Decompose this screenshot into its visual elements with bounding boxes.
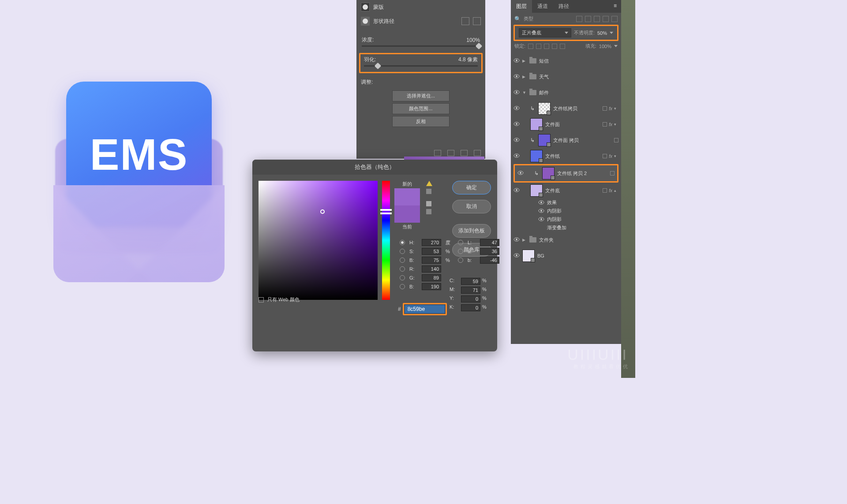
lock-image-icon[interactable]	[536, 44, 541, 49]
opacity-value[interactable]: 50%	[597, 30, 607, 36]
filter-shape-icon[interactable]	[603, 16, 609, 22]
l-radio[interactable]	[458, 240, 463, 245]
density-slider[interactable]	[362, 45, 480, 47]
layer-paper-copy[interactable]: ↳ 文件纸拷贝 fx▾	[511, 101, 621, 116]
visibility-icon[interactable]	[513, 137, 520, 143]
fx-badge[interactable]: fx	[609, 122, 612, 127]
layer-paper[interactable]: 文件纸 fx▾	[511, 148, 621, 164]
fill-value[interactable]: 100%	[599, 44, 611, 49]
bb-radio[interactable]	[400, 284, 405, 289]
gamut-warning-icon[interactable]	[426, 181, 432, 186]
layer-bg[interactable]: BG	[511, 248, 621, 264]
b-input[interactable]	[480, 257, 499, 264]
ok-button[interactable]: 确定	[452, 181, 491, 194]
layer-bottom[interactable]: 文件底 fx▴	[511, 183, 621, 198]
visibility-icon[interactable]	[513, 253, 520, 259]
m-input[interactable]	[461, 287, 480, 294]
visibility-icon[interactable]	[513, 121, 520, 127]
filter-adjust-icon[interactable]	[585, 16, 591, 22]
visibility-icon[interactable]	[517, 170, 524, 176]
a-radio[interactable]	[458, 249, 463, 254]
effect-inner-shadow-1[interactable]: 内阴影	[511, 207, 621, 215]
fx-expand-icon[interactable]: ▾	[614, 106, 618, 111]
load-selection-icon[interactable]	[434, 150, 441, 156]
expand-icon[interactable]: ▶	[522, 238, 527, 242]
feather-value[interactable]: 4.8 像素	[458, 56, 478, 63]
visibility-icon[interactable]	[513, 58, 520, 64]
layer-paper-copy-2[interactable]: ↳ 文件纸 拷贝 2	[515, 165, 617, 181]
filter-type-icon[interactable]	[594, 16, 600, 22]
visibility-icon[interactable]	[513, 187, 520, 194]
mask-mode-icon[interactable]	[461, 17, 469, 25]
filter-smart-icon[interactable]	[611, 16, 618, 22]
opacity-chevron-icon[interactable]	[610, 32, 613, 34]
visibility-icon[interactable]	[538, 209, 544, 214]
current-color-swatch[interactable]	[394, 205, 420, 223]
visibility-icon[interactable]	[538, 200, 544, 205]
b-radio[interactable]	[458, 258, 463, 263]
visibility-icon[interactable]	[538, 217, 544, 222]
lock-all-icon[interactable]	[560, 44, 565, 49]
g-input[interactable]	[422, 274, 441, 281]
hex-input[interactable]	[405, 305, 445, 314]
layer-face-copy[interactable]: ↳ 文件面 拷贝	[511, 132, 621, 148]
bv-radio[interactable]	[400, 258, 405, 263]
visibility-icon[interactable]	[513, 105, 520, 112]
l-input[interactable]	[480, 239, 499, 246]
tab-layers[interactable]: 图层	[511, 0, 532, 13]
hue-slider[interactable]	[382, 181, 390, 300]
fill-chevron-icon[interactable]	[614, 45, 618, 47]
feather-slider[interactable]	[364, 65, 478, 67]
websafe-icon[interactable]	[426, 201, 431, 206]
mask-select-icon[interactable]	[473, 17, 481, 25]
fx-collapse-icon[interactable]: ▴	[614, 188, 618, 193]
lock-transparent-icon[interactable]	[528, 44, 533, 49]
color-range-button[interactable]: 颜色范围...	[392, 103, 450, 114]
expand-icon[interactable]: ▶	[522, 75, 527, 79]
websafe-swatch[interactable]	[426, 209, 431, 214]
a-input[interactable]	[480, 248, 499, 255]
s-radio[interactable]	[400, 249, 405, 254]
filter-type-label[interactable]: 类型	[524, 15, 533, 22]
layer-face[interactable]: 文件面 fx▾	[511, 116, 621, 132]
disable-mask-icon[interactable]	[461, 150, 468, 156]
apply-mask-icon[interactable]	[447, 150, 454, 156]
s-input[interactable]	[422, 248, 441, 255]
layer-group-weather[interactable]: ▶ 天气	[511, 69, 621, 85]
fx-expand-icon[interactable]: ▾	[614, 154, 618, 158]
h-radio[interactable]	[400, 240, 405, 245]
visibility-icon[interactable]	[513, 74, 520, 80]
expand-icon[interactable]: ▶	[522, 59, 527, 63]
bv-input[interactable]	[422, 257, 441, 264]
bb-input[interactable]	[422, 283, 441, 290]
r-radio[interactable]	[400, 266, 405, 272]
invert-button[interactable]: 反相	[392, 116, 450, 127]
layer-group-mail[interactable]: ▼ 邮件	[511, 85, 621, 101]
lock-position-icon[interactable]	[544, 44, 549, 49]
density-value[interactable]: 100%	[466, 37, 480, 43]
fx-badge[interactable]: fx	[609, 154, 612, 159]
web-only-checkbox[interactable]	[259, 297, 264, 302]
fx-badge[interactable]: fx	[609, 188, 612, 193]
visibility-icon[interactable]	[513, 90, 520, 96]
tab-paths[interactable]: 路径	[553, 0, 574, 13]
select-and-mask-button[interactable]: 选择并遮住...	[392, 90, 450, 101]
filter-pixel-icon[interactable]	[576, 16, 582, 22]
r-input[interactable]	[422, 265, 441, 273]
c-input[interactable]	[461, 278, 480, 285]
h-input[interactable]	[422, 239, 441, 246]
tab-channels[interactable]: 通道	[532, 0, 553, 13]
blend-mode-dropdown[interactable]: 正片叠底	[519, 28, 571, 37]
cancel-button[interactable]: 取消	[452, 200, 491, 213]
gamut-color-swatch[interactable]	[426, 189, 431, 194]
panel-menu-icon[interactable]: ≡	[609, 0, 621, 13]
effect-inner-shadow-2[interactable]: 内阴影	[511, 215, 621, 224]
effect-gradient-overlay[interactable]: 渐变叠加	[511, 224, 621, 232]
saturation-value-field[interactable]	[259, 181, 378, 300]
visibility-icon[interactable]	[513, 237, 520, 243]
visibility-icon[interactable]	[513, 153, 520, 159]
fx-badge[interactable]: fx	[609, 106, 612, 111]
g-radio[interactable]	[400, 275, 405, 280]
y-input[interactable]	[461, 295, 480, 302]
layer-group-folder[interactable]: ▶ 文件夹	[511, 232, 621, 248]
